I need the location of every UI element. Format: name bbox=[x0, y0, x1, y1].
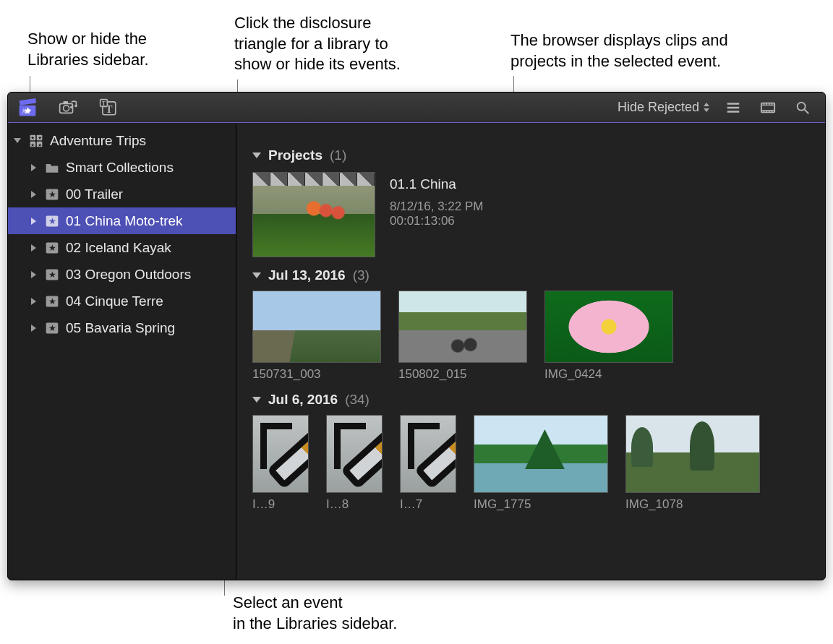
clip-label: 150731_003 bbox=[252, 367, 381, 382]
sidebar-item-label: 02 Iceland Kayak bbox=[66, 240, 171, 256]
sidebar-item-label: 05 Bavaria Spring bbox=[66, 320, 175, 336]
photos-audio-sidebar-button[interactable] bbox=[57, 97, 79, 119]
callout-libraries-toggle: Show or hide the Libraries sidebar. bbox=[27, 29, 149, 70]
clip-thumbnail[interactable] bbox=[398, 291, 527, 363]
sidebar-item-event[interactable]: ★ 02 Iceland Kayak bbox=[8, 234, 236, 261]
clip-browser: Projects (1) 01.1 China 8/12/16, 3:22 PM… bbox=[236, 123, 825, 580]
group-count: (3) bbox=[353, 267, 369, 283]
disclosure-triangle[interactable] bbox=[28, 323, 38, 333]
chevron-down-icon bbox=[252, 397, 261, 403]
folder-icon bbox=[44, 160, 60, 176]
disclosure-triangle[interactable] bbox=[28, 189, 38, 199]
clip-filter-label: Hide Rejected bbox=[618, 100, 699, 115]
search-icon bbox=[795, 100, 811, 116]
clip-item[interactable]: I…8 bbox=[326, 415, 383, 512]
disclosure-triangle[interactable] bbox=[28, 296, 38, 306]
svg-text:★: ★ bbox=[48, 189, 56, 199]
list-view-icon bbox=[725, 100, 741, 116]
svg-text:★: ★ bbox=[48, 296, 56, 306]
clip-thumbnail[interactable] bbox=[544, 291, 673, 363]
event-icon: ★ bbox=[44, 320, 60, 336]
clip-item[interactable]: IMG_0424 bbox=[544, 291, 673, 382]
clip-item[interactable]: IMG_1078 bbox=[625, 415, 760, 512]
callout-browser-content: The browser displays clips and projects … bbox=[511, 30, 728, 72]
group-header-date[interactable]: Jul 6, 2016 (34) bbox=[252, 392, 811, 408]
svg-text:★: ★ bbox=[30, 135, 35, 140]
sidebar-item-event-selected[interactable]: ★ 01 China Moto-trek bbox=[8, 207, 236, 234]
svg-text:★: ★ bbox=[38, 142, 42, 147]
svg-rect-0 bbox=[20, 98, 36, 106]
clip-thumbnail[interactable] bbox=[326, 415, 383, 493]
clip-thumbnail[interactable] bbox=[400, 415, 456, 493]
sidebar-library-row[interactable]: ★★★★ Adventure Trips bbox=[8, 127, 236, 154]
clip-label: I…9 bbox=[252, 497, 309, 512]
event-icon: ★ bbox=[44, 240, 60, 256]
svg-point-9 bbox=[64, 105, 69, 111]
titles-generators-sidebar-button[interactable]: T T bbox=[98, 97, 119, 119]
clip-label: I…8 bbox=[326, 497, 383, 512]
sidebar-item-label: 03 Oregon Outdoors bbox=[66, 267, 191, 283]
sidebar-item-event[interactable]: ★ 03 Oregon Outdoors bbox=[8, 261, 236, 288]
group-title: Jul 6, 2016 bbox=[268, 392, 338, 408]
svg-rect-10 bbox=[64, 101, 69, 103]
callout-select-event: Select an event in the Libraries sidebar… bbox=[233, 593, 397, 634]
disclosure-triangle[interactable] bbox=[28, 216, 38, 226]
svg-point-31 bbox=[798, 102, 806, 110]
toolbar: ★ T T bbox=[8, 93, 825, 123]
clip-label: IMG_1775 bbox=[474, 497, 608, 512]
event-icon: ★ bbox=[44, 186, 60, 202]
libraries-sidebar-toggle-button[interactable]: ★ bbox=[17, 97, 38, 119]
sidebar-item-label: Smart Collections bbox=[66, 160, 174, 176]
clip-thumbnail[interactable] bbox=[252, 291, 381, 363]
clip-item[interactable]: I…9 bbox=[252, 415, 309, 512]
clapperboard-stripe-icon bbox=[253, 173, 375, 186]
sidebar-item-event[interactable]: ★ 04 Cinque Terre bbox=[8, 288, 236, 314]
clip-item[interactable]: 150802_015 bbox=[398, 291, 527, 382]
group-header-date[interactable]: Jul 13, 2016 (3) bbox=[252, 267, 811, 283]
clip-row: I…9 I…8 I…7 IMG_1775 IMG_1078 bbox=[252, 415, 811, 512]
disclosure-triangle[interactable] bbox=[28, 163, 38, 173]
clip-label: I…7 bbox=[400, 497, 456, 512]
search-button[interactable] bbox=[792, 97, 813, 119]
sidebar-item-event[interactable]: ★ 00 Trailer bbox=[8, 181, 236, 207]
project-thumbnail[interactable] bbox=[252, 172, 375, 257]
sidebar-item-smart-collections[interactable]: Smart Collections bbox=[8, 154, 236, 181]
chevron-down-icon bbox=[252, 153, 261, 158]
clip-item[interactable]: IMG_1775 bbox=[474, 415, 608, 512]
disclosure-triangle[interactable] bbox=[28, 270, 38, 280]
camera-music-icon bbox=[59, 98, 77, 117]
disclosure-triangle[interactable] bbox=[12, 136, 22, 146]
disclosure-triangle[interactable] bbox=[28, 243, 38, 253]
clapperboard-icon: ★ bbox=[18, 98, 37, 117]
group-count: (1) bbox=[330, 147, 346, 163]
svg-text:★: ★ bbox=[30, 142, 35, 147]
svg-text:★: ★ bbox=[48, 323, 56, 332]
group-title: Projects bbox=[268, 147, 322, 163]
clip-thumbnail[interactable] bbox=[625, 415, 760, 493]
group-header-projects[interactable]: Projects (1) bbox=[252, 147, 811, 163]
project-date: 8/12/16, 3:22 PM bbox=[390, 199, 483, 214]
clip-item[interactable]: 150731_003 bbox=[252, 291, 381, 382]
clip-thumbnail[interactable] bbox=[252, 415, 309, 493]
list-view-button[interactable] bbox=[722, 97, 744, 119]
clip-thumbnail[interactable] bbox=[474, 415, 608, 493]
sidebar-item-event[interactable]: ★ 05 Bavaria Spring bbox=[8, 314, 236, 341]
svg-text:★: ★ bbox=[48, 243, 56, 252]
toolbar-right-group: Hide Rejected bbox=[618, 97, 819, 119]
library-name-label: Adventure Trips bbox=[50, 133, 146, 149]
libraries-sidebar: ★★★★ Adventure Trips Smart Collections ★… bbox=[8, 123, 236, 580]
chevron-down-icon bbox=[252, 272, 261, 278]
project-title: 01.1 China bbox=[390, 176, 483, 192]
event-icon: ★ bbox=[44, 293, 60, 309]
svg-text:★: ★ bbox=[48, 216, 56, 226]
clip-label: IMG_0424 bbox=[544, 367, 673, 382]
clip-filter-dropdown[interactable]: Hide Rejected bbox=[618, 100, 709, 115]
clip-label: IMG_1078 bbox=[625, 497, 760, 512]
clip-appearance-button[interactable] bbox=[757, 97, 779, 119]
svg-point-11 bbox=[70, 106, 73, 108]
event-icon: ★ bbox=[44, 213, 60, 229]
sidebar-item-label: 04 Cinque Terre bbox=[66, 293, 163, 309]
project-item[interactable]: 01.1 China 8/12/16, 3:22 PM 00:01:13:06 bbox=[252, 172, 811, 257]
clip-item[interactable]: I…7 bbox=[400, 415, 456, 512]
svg-text:T: T bbox=[102, 100, 106, 106]
